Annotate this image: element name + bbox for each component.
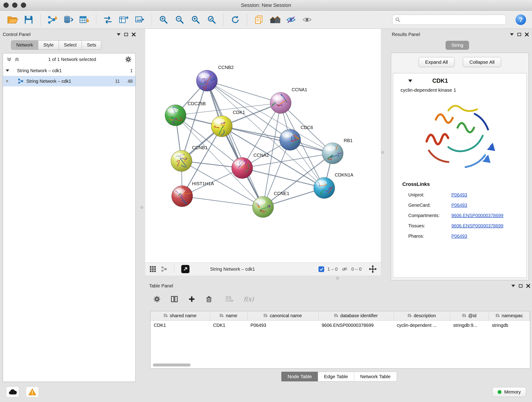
zoom-selected-icon[interactable]	[205, 13, 218, 26]
column-header[interactable]: shared name	[151, 311, 210, 320]
network-options-gear-icon[interactable]	[125, 56, 132, 63]
tab-edge-table[interactable]: Edge Table	[318, 372, 354, 381]
new-network-icon[interactable]	[117, 13, 131, 26]
save-session-icon[interactable]	[22, 13, 35, 26]
table-cell[interactable]: stringdb	[489, 320, 530, 330]
panel-close-icon[interactable]	[526, 284, 530, 288]
network-node[interactable]: CCNA1	[270, 87, 307, 114]
network-node[interactable]: RB1	[322, 138, 353, 164]
network-collection-row[interactable]: String Network – cdk1 1	[3, 65, 135, 76]
zoom-fit-icon[interactable]	[189, 13, 202, 26]
open-session-icon[interactable]	[6, 13, 19, 26]
horizontal-scrollbar-thumb[interactable]	[153, 364, 191, 366]
table-cell[interactable]: P06493	[247, 320, 318, 330]
memory-status-dot	[498, 390, 501, 394]
panel-collapse-icon[interactable]	[117, 33, 120, 36]
zoom-out-icon[interactable]	[173, 13, 186, 26]
zoom-in-icon[interactable]	[157, 13, 170, 26]
crosslink-row: GeneCard: P06493	[402, 203, 526, 208]
tab-style[interactable]: Style	[38, 40, 59, 50]
panel-collapse-icon[interactable]	[511, 285, 515, 287]
export-image-icon[interactable]	[133, 13, 147, 26]
crosslink-link[interactable]: 9606.ENSP00000378699	[451, 223, 503, 229]
hidden-eye-icon[interactable]	[341, 266, 348, 272]
warnings-button[interactable]	[26, 386, 39, 397]
panel-close-icon[interactable]	[525, 32, 529, 36]
search-input[interactable]	[400, 17, 503, 22]
import-table-icon[interactable]	[78, 13, 91, 26]
tab-network[interactable]: Network	[11, 40, 38, 50]
collapse-all-icon[interactable]	[7, 57, 12, 61]
splitter-handle[interactable]	[381, 151, 384, 154]
selected-checkbox-icon[interactable]	[318, 266, 324, 272]
import-network-file-icon[interactable]	[46, 13, 59, 26]
network-edge[interactable]	[182, 196, 263, 207]
network-node[interactable]: CDKN1A	[314, 172, 354, 198]
string-tab-badge[interactable]: String	[446, 41, 469, 50]
network-node[interactable]: CDK1	[211, 110, 245, 137]
network-node[interactable]: HIST1H1A	[172, 181, 214, 207]
import-network-database-icon[interactable]	[62, 13, 75, 26]
section-disclosure-icon[interactable]	[408, 80, 412, 82]
copy-document-icon[interactable]	[252, 13, 266, 26]
crosslink-link[interactable]: 9606.ENSP00000378699	[451, 213, 503, 218]
expand-all-icon[interactable]	[14, 57, 19, 61]
delete-column-icon[interactable]	[206, 295, 212, 303]
annotation-mode-button[interactable]	[181, 265, 190, 273]
splitter-handle[interactable]	[336, 277, 339, 280]
panel-float-icon[interactable]	[517, 33, 521, 36]
tab-network-table[interactable]: Network Table	[354, 372, 397, 381]
network-row[interactable]: String Network – cdk1 11 48	[3, 76, 135, 86]
hide-unhide-icon[interactable]	[284, 13, 298, 26]
collapse-all-button[interactable]: Collapse All	[463, 57, 501, 67]
network-canvas[interactable]: CCNB2CCNA1CDC25BCDK1CDC6RB1CCNB1CCNA2CDK…	[145, 29, 381, 262]
disclosure-triangle-icon[interactable]	[6, 70, 9, 72]
crosslink-link[interactable]: P06493	[451, 192, 467, 198]
tab-select[interactable]: Select	[59, 40, 82, 50]
table-cell[interactable]: cyclin-dependent ...	[394, 320, 450, 330]
table-row[interactable]: CDK1 CDK1 P06493 9606.ENSP00000378699 cy…	[151, 320, 530, 330]
birdseye-view-icon[interactable]	[149, 266, 156, 273]
crosslink-link[interactable]: P06493	[451, 234, 467, 239]
panel-float-icon[interactable]	[519, 284, 523, 288]
network-node[interactable]: CCNB1	[171, 145, 208, 172]
network-exchange-icon[interactable]	[101, 13, 114, 26]
panel-collapse-icon[interactable]	[510, 33, 514, 36]
show-columns-icon[interactable]	[171, 295, 178, 303]
network-edge[interactable]	[242, 168, 324, 188]
table-cell[interactable]: CDK1	[210, 320, 247, 330]
column-header[interactable]: @id	[450, 311, 489, 320]
column-header[interactable]: description	[394, 311, 450, 320]
tab-node-table[interactable]: Node Table	[281, 372, 318, 381]
expand-all-button[interactable]: Expand All	[418, 57, 455, 67]
memory-button[interactable]: Memory	[492, 387, 526, 397]
tab-sets[interactable]: Sets	[82, 40, 101, 50]
search-box[interactable]	[392, 15, 506, 25]
panel-float-icon[interactable]	[124, 33, 128, 36]
splitter-handle[interactable]	[140, 206, 143, 209]
share-network-icon[interactable]	[161, 266, 167, 272]
table-options-gear-icon[interactable]	[153, 295, 161, 303]
crosslink-link[interactable]: P06493	[451, 203, 467, 208]
string-results-box: Expand All Collapse All CDK1 cyclin-depe…	[391, 53, 529, 280]
network-edge[interactable]	[207, 81, 263, 207]
pan-crosshair-icon[interactable]	[369, 265, 377, 273]
column-header[interactable]: namespac	[489, 311, 530, 320]
table-cell[interactable]: stringdb:9...	[450, 320, 489, 330]
houses-icon[interactable]	[268, 13, 282, 26]
help-icon[interactable]: ?	[515, 14, 526, 25]
panel-close-icon[interactable]	[132, 32, 136, 36]
column-header[interactable]: name	[210, 311, 247, 320]
refresh-icon[interactable]	[229, 13, 242, 26]
column-header[interactable]: canonical name	[247, 311, 318, 320]
column-header[interactable]: database identifier	[318, 311, 394, 320]
add-column-icon[interactable]	[188, 295, 196, 303]
table-cell[interactable]: 9606.ENSP00000378699	[318, 320, 394, 330]
network-node[interactable]: CDC6	[279, 125, 313, 150]
memory-label: Memory	[504, 389, 521, 395]
cloud-status-button[interactable]	[6, 386, 19, 397]
eye-icon[interactable]	[300, 13, 314, 26]
network-view[interactable]: CCNB2CCNA1CDC25BCDK1CDC6RB1CCNB1CCNA2CDK…	[145, 29, 381, 275]
table-cell[interactable]: CDK1	[151, 320, 210, 330]
network-edge[interactable]	[207, 81, 281, 103]
